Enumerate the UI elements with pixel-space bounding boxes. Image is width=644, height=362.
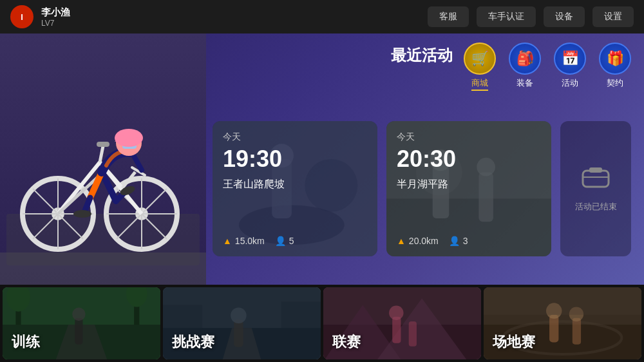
event-label: 活动 <box>562 77 578 89</box>
card-2-name: 半月湖平路 <box>397 178 541 191</box>
gift-icon: 🎁 <box>599 43 631 75</box>
card-1-time: 19:30 <box>223 146 367 173</box>
svg-text:I: I <box>21 12 23 22</box>
card-2-riders: 👤 3 <box>449 236 468 246</box>
person-icon-2: 👤 <box>449 236 460 246</box>
league-item[interactable]: 联赛 <box>323 287 481 359</box>
user-info: 李小渔 LV7 <box>41 6 70 28</box>
card-1-date: 今天 <box>223 131 367 143</box>
app-logo: I <box>10 5 33 28</box>
gear-label: 装备 <box>516 77 533 89</box>
card-1-name: 王者山路爬坡 <box>223 178 367 191</box>
icon-row: 🛒 商城 🎒 装备 📅 活动 🎁 契约 <box>464 43 631 91</box>
svg-rect-46 <box>589 167 602 173</box>
card-1-content: 今天 19:30 王者山路爬坡 ▲ 15.0km 👤 5 <box>213 121 377 256</box>
customer-service-btn[interactable]: 客服 <box>428 6 469 27</box>
activity-card-1[interactable]: 今天 19:30 王者山路爬坡 ▲ 15.0km 👤 5 <box>213 121 377 256</box>
gear-nav-item[interactable]: 🎒 装备 <box>509 43 541 91</box>
top-nav: I 李小渔 LV7 客服 车手认证 设备 设置 <box>0 0 644 33</box>
challenge-item[interactable]: 挑战赛 <box>163 287 321 359</box>
user-level: LV7 <box>41 19 70 28</box>
cards-row: 今天 19:30 王者山路爬坡 ▲ 15.0km 👤 5 <box>213 121 631 256</box>
username: 李小渔 <box>41 6 70 19</box>
card-2-distance: ▲ 20.0km <box>397 236 439 246</box>
right-panel: 最近活动 🛒 商城 🎒 装备 📅 活动 🎁 契约 <box>206 33 644 285</box>
event-icon: 📅 <box>554 43 586 75</box>
rider-cert-btn[interactable]: 车手认证 <box>477 6 536 27</box>
person-icon: 👤 <box>275 236 286 246</box>
card-2-time: 20:30 <box>397 146 541 173</box>
shop-label: 商城 <box>471 77 488 91</box>
ended-label: 活动已结束 <box>575 201 617 213</box>
event-nav-item[interactable]: 📅 活动 <box>554 43 586 91</box>
ended-icon <box>580 164 612 196</box>
cyclist-area <box>0 33 206 285</box>
venue-item[interactable]: 场地赛 <box>484 287 641 359</box>
card-2-stats: ▲ 20.0km 👤 3 <box>397 236 541 246</box>
challenge-label: 挑战赛 <box>172 332 214 352</box>
mountain-icon-2: ▲ <box>397 236 406 246</box>
activity-card-2[interactable]: 今天 20:30 半月湖平路 ▲ 20.0km 👤 3 <box>386 121 551 256</box>
device-btn[interactable]: 设备 <box>544 6 585 27</box>
card-1-riders: 👤 5 <box>275 236 294 246</box>
training-item[interactable]: 训练 <box>3 287 160 359</box>
svg-rect-45 <box>583 171 609 187</box>
shop-nav-item[interactable]: 🛒 商城 <box>464 43 496 91</box>
svg-line-19 <box>100 146 103 162</box>
svg-rect-20 <box>97 142 109 147</box>
card-2-content: 今天 20:30 半月湖平路 ▲ 20.0km 👤 3 <box>386 121 551 256</box>
bottom-nav: 训练 挑战赛 <box>0 285 644 362</box>
ended-card[interactable]: 活动已结束 <box>560 121 631 256</box>
league-label: 联赛 <box>332 332 361 352</box>
gear-icon: 🎒 <box>509 43 541 75</box>
training-label: 训练 <box>12 332 40 352</box>
card-2-date: 今天 <box>397 131 541 143</box>
cyclist-figure <box>6 46 200 265</box>
settings-btn[interactable]: 设置 <box>592 6 634 27</box>
mountain-icon: ▲ <box>223 236 232 246</box>
main-area: 最近活动 🛒 商城 🎒 装备 📅 活动 🎁 契约 <box>0 33 644 285</box>
gift-nav-item[interactable]: 🎁 契约 <box>599 43 631 91</box>
shop-icon: 🛒 <box>464 43 496 75</box>
card-1-distance: ▲ 15.0km <box>223 236 265 246</box>
svg-point-28 <box>73 210 91 218</box>
venue-label: 场地赛 <box>493 332 535 352</box>
gift-label: 契约 <box>607 77 623 89</box>
card-1-stats: ▲ 15.0km 👤 5 <box>223 236 367 246</box>
